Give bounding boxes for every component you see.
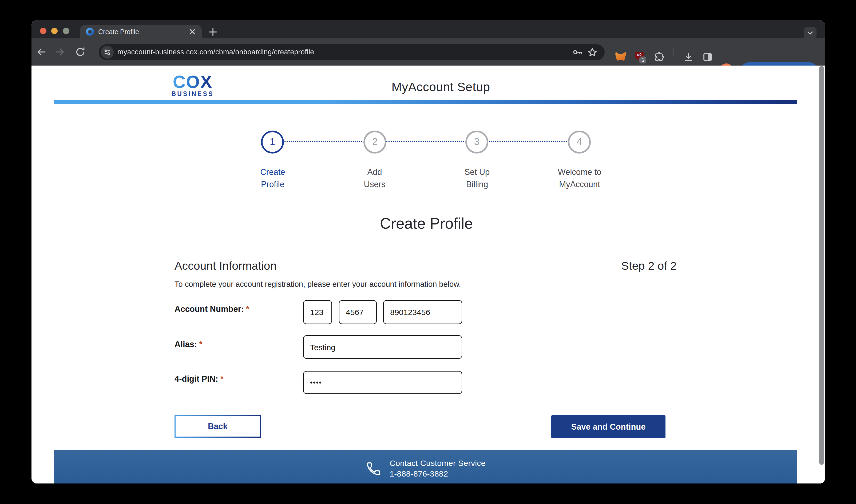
back-button[interactable]: Back	[174, 415, 261, 438]
cox-favicon-icon	[86, 28, 94, 36]
back-icon[interactable]	[36, 47, 47, 58]
page-header-title: MyAccount Setup	[391, 80, 490, 94]
tab-title: Create Profile	[98, 28, 139, 35]
macos-close-button[interactable]	[40, 28, 47, 34]
stepper-connector	[285, 141, 363, 142]
page-content: COX BUSINESS MyAccount Setup 1 2 3 4 Cre…	[32, 66, 825, 484]
tab-search-button[interactable]	[804, 27, 817, 39]
account-number-part1-input[interactable]	[303, 300, 332, 324]
step-indicator: Step 2 of 2	[621, 259, 677, 273]
logo-cox-text: COX	[170, 74, 216, 90]
header-gradient-bar	[54, 100, 797, 104]
macos-minimize-button[interactable]	[51, 28, 58, 34]
contact-footer: Contact Customer Service 1-888-876-3882	[54, 450, 797, 484]
cox-business-logo: COX BUSINESS	[170, 74, 216, 97]
address-bar[interactable]: myaccount-business.cox.com/cbma/onboardi…	[99, 44, 605, 60]
extension-badge: 6	[639, 56, 646, 64]
required-asterisk: *	[246, 304, 249, 313]
forward-icon[interactable]	[54, 47, 66, 58]
bookmark-star-icon[interactable]	[587, 47, 598, 58]
side-panel-icon[interactable]	[702, 52, 713, 62]
contact-phone-number[interactable]: 1-888-876-3882	[390, 469, 486, 479]
tab-strip: Create Profile	[32, 20, 825, 38]
account-number-label: Account Number:*	[174, 304, 249, 314]
extensions-puzzle-icon[interactable]	[654, 52, 664, 62]
alias-input[interactable]	[303, 335, 462, 359]
browser-window: Create Profile myaccount-business.cox.co…	[32, 20, 825, 484]
step-4-label: Welcome toMyAccount	[534, 166, 625, 190]
step-1-circle: 1	[261, 131, 284, 154]
step-2-circle: 2	[363, 131, 387, 154]
url-text: myaccount-business.cox.com/cbma/onboardi…	[117, 48, 314, 56]
pin-input[interactable]	[303, 371, 462, 394]
step-1-label: CreateProfile	[227, 166, 318, 190]
instructions-text: To complete your account registration, p…	[174, 280, 461, 288]
stepper-connector	[489, 141, 568, 142]
site-info-chip[interactable]	[101, 46, 114, 59]
password-key-icon[interactable]	[572, 47, 583, 58]
section-heading: Account Information	[174, 259, 276, 273]
new-tab-button[interactable]	[208, 26, 218, 37]
pin-label: 4-digit PIN:*	[174, 374, 224, 384]
page-scrollbar[interactable]	[819, 66, 824, 465]
phone-icon	[365, 461, 381, 476]
required-asterisk: *	[220, 374, 224, 383]
account-number-part3-input[interactable]	[383, 300, 462, 324]
download-icon[interactable]	[683, 52, 694, 62]
toolbar-divider	[673, 48, 673, 57]
screen: Create Profile myaccount-business.cox.co…	[0, 0, 856, 504]
browser-tab[interactable]: Create Profile	[80, 25, 202, 38]
stepper-connector	[387, 141, 465, 142]
save-and-continue-button[interactable]: Save and Continue	[551, 415, 666, 438]
required-asterisk: *	[199, 340, 202, 348]
step-2-label: AddUsers	[329, 166, 420, 190]
metamask-extension-icon[interactable]	[615, 52, 626, 61]
step-3-circle: 3	[465, 131, 488, 154]
reload-icon[interactable]	[75, 47, 86, 58]
account-number-part2-input[interactable]	[339, 300, 377, 324]
macos-fullscreen-button[interactable]	[63, 28, 69, 34]
alias-label: Alias:*	[174, 340, 203, 349]
browser-toolbar: myaccount-business.cox.com/cbma/onboardi…	[32, 38, 825, 66]
page-title: Create Profile	[380, 215, 473, 232]
tab-close-icon[interactable]	[188, 28, 196, 36]
site-settings-icon	[104, 49, 111, 56]
contact-line1: Contact Customer Service	[390, 458, 486, 469]
ublock-extension-icon[interactable]: u0 6	[635, 52, 644, 61]
step-4-circle: 4	[568, 131, 591, 154]
logo-business-text: BUSINESS	[170, 91, 216, 97]
step-3-label: Set UpBilling	[432, 166, 523, 190]
chevron-down-icon	[806, 29, 814, 37]
